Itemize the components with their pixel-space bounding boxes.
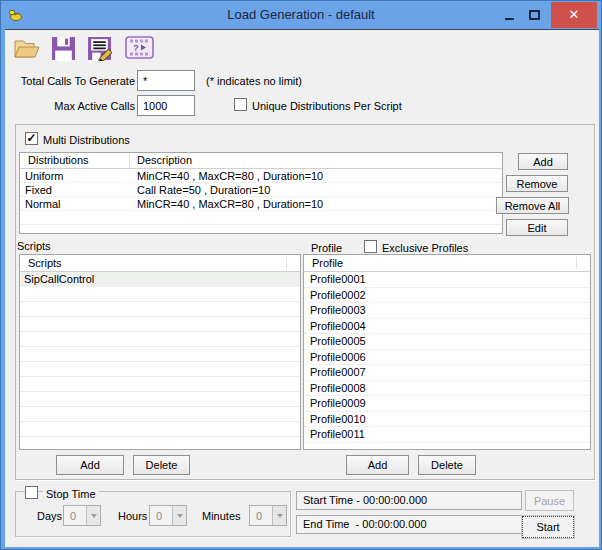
minimize-icon: [505, 18, 514, 20]
distribution-add-button[interactable]: Add: [518, 153, 568, 170]
unique-distributions-checkbox[interactable]: [234, 98, 247, 111]
distribution-row[interactable]: Fixed Call Rate=50 , Duration=10: [20, 183, 502, 197]
hours-dropdown-button: [172, 506, 186, 525]
distributions-table: Distributions Description Uniform MinCR=…: [19, 152, 503, 234]
close-button[interactable]: ✕: [551, 2, 597, 28]
distribution-name: Uniform: [20, 169, 130, 182]
unique-distributions-label: Unique Distributions Per Script: [252, 100, 402, 112]
distribution-edit-button[interactable]: Edit: [506, 219, 568, 236]
scripts-section-label: Scripts: [17, 240, 51, 252]
save-icon[interactable]: [51, 36, 79, 62]
titlebar: Load Generation - default ✕: [1, 1, 601, 29]
days-dropdown-button: [86, 506, 100, 525]
exclusive-profiles-checkbox[interactable]: [364, 240, 377, 253]
total-calls-label: Total Calls To Generate: [9, 75, 135, 87]
window-controls: ✕: [497, 1, 597, 28]
scripts-list-empty-rows: [20, 287, 300, 449]
profile-section-label: Profile: [311, 242, 342, 254]
profile-add-button[interactable]: Add: [346, 455, 409, 475]
multi-distributions-label: Multi Distributions: [43, 134, 130, 146]
script-add-button[interactable]: Add: [56, 455, 124, 475]
scripts-list: Scripts SipCallControl: [19, 254, 301, 450]
distribution-name: Normal: [20, 197, 130, 210]
load-generation-window: Load Generation - default ✕: [0, 0, 602, 550]
minutes-label: Minutes: [202, 510, 241, 522]
profile-list-item[interactable]: Profile0007: [304, 365, 590, 381]
multi-distributions-checkbox[interactable]: ✓: [25, 132, 38, 145]
empty-cell: [20, 211, 130, 224]
save-as-icon[interactable]: [87, 36, 115, 62]
open-file-icon[interactable]: [13, 36, 41, 62]
profile-column-header: Profile: [304, 255, 590, 272]
chevron-down-icon: [177, 514, 183, 518]
hours-select: 0: [149, 505, 187, 526]
distribution-name: Fixed: [20, 183, 130, 196]
max-active-calls-input[interactable]: [137, 95, 195, 116]
scripts-column-header: Scripts: [20, 255, 300, 272]
close-icon: ✕: [569, 7, 580, 22]
distribution-row[interactable]: Uniform MinCR=40 , MaxCR=80 , Duration=1…: [20, 169, 502, 183]
start-time-display: Start Time - 00:00:00.000: [296, 491, 522, 510]
days-value: 0: [64, 506, 86, 525]
max-active-calls-label: Max Active Calls: [9, 100, 135, 112]
profile-list-item[interactable]: Profile0003: [304, 303, 590, 319]
distributions-table-header: Distributions Description: [20, 153, 502, 169]
distribution-remove-button[interactable]: Remove: [506, 175, 568, 192]
end-time-display: End Time - 00:00:00.000: [296, 515, 522, 534]
distribution-description: MinCR=40 , MaxCR=80 , Duration=10: [130, 169, 502, 182]
days-label: Days: [37, 510, 62, 522]
distribution-row[interactable]: Normal MinCR=40 , MaxCR=80 , Duration=10: [20, 197, 502, 211]
profile-list-item[interactable]: Profile0001: [304, 272, 590, 288]
svg-text:?: ?: [133, 42, 139, 53]
profile-list-item[interactable]: Profile0011: [304, 427, 590, 443]
profile-list: Profile Profile0001 Profile0002 Profile0…: [303, 254, 591, 450]
column-header-distributions: Distributions: [20, 153, 130, 168]
hours-value: 0: [150, 506, 172, 525]
stop-time-checkbox[interactable]: [25, 486, 38, 499]
chevron-down-icon: [277, 514, 283, 518]
test-video-help-icon[interactable]: ?: [125, 36, 153, 62]
total-calls-input[interactable]: [137, 70, 195, 91]
profile-delete-button[interactable]: Delete: [418, 455, 476, 475]
client-area: ? Total Calls To Generate (* indicates n…: [5, 29, 599, 547]
minutes-value: 0: [250, 506, 272, 525]
start-button[interactable]: Start: [522, 516, 574, 538]
chevron-down-icon: [91, 514, 97, 518]
pause-button: Pause: [525, 490, 574, 511]
maximize-button[interactable]: [522, 2, 547, 28]
profile-list-item[interactable]: Profile0006: [304, 350, 590, 366]
empty-cell: [130, 211, 502, 224]
stop-time-label: Stop Time: [43, 488, 99, 500]
table-row-empty: [20, 225, 502, 234]
profile-list-item[interactable]: Profile0005: [304, 334, 590, 350]
exclusive-profiles-label: Exclusive Profiles: [382, 242, 468, 254]
profile-list-item[interactable]: Profile0010: [304, 412, 590, 428]
table-row-empty: [20, 211, 502, 225]
no-limit-hint: (* indicates no limit): [206, 75, 302, 87]
check-icon: ✓: [26, 131, 36, 145]
minutes-dropdown-button: [272, 506, 286, 525]
script-list-item[interactable]: SipCallControl: [20, 272, 300, 287]
minimize-button[interactable]: [497, 2, 522, 28]
profile-list-item[interactable]: Profile0002: [304, 288, 590, 304]
profile-list-item[interactable]: Profile0004: [304, 319, 590, 335]
script-delete-button[interactable]: Delete: [133, 455, 190, 475]
column-header-description: Description: [130, 153, 502, 168]
distribution-description: Call Rate=50 , Duration=10: [130, 183, 502, 196]
days-select: 0: [63, 505, 101, 526]
minutes-select: 0: [249, 505, 287, 526]
maximize-icon: [529, 10, 540, 20]
distribution-remove-all-button[interactable]: Remove All: [496, 197, 569, 214]
distribution-description: MinCR=40 , MaxCR=80 , Duration=10: [130, 197, 502, 210]
profile-list-item[interactable]: Profile0008: [304, 381, 590, 397]
empty-cell: [130, 225, 502, 234]
hours-label: Hours: [118, 510, 147, 522]
empty-cell: [20, 225, 130, 234]
profile-list-item[interactable]: Profile0009: [304, 396, 590, 412]
